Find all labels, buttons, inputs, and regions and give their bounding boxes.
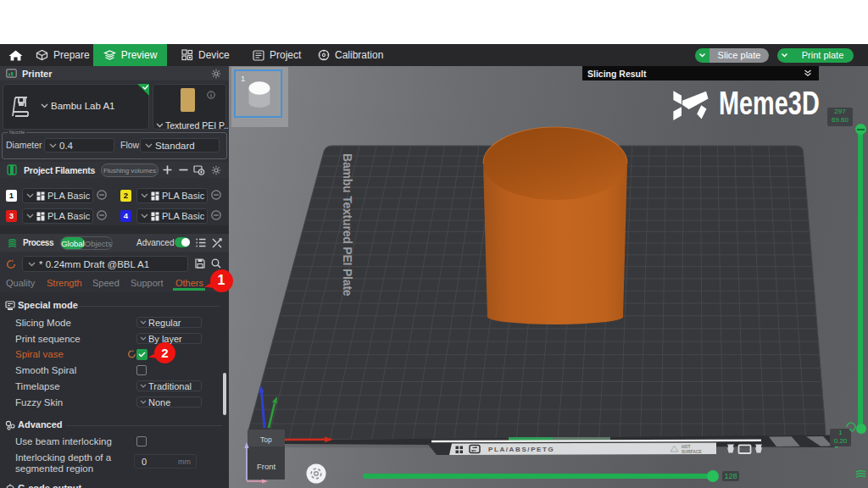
svg-text:SURFACE: SURFACE — [682, 449, 703, 454]
svg-text:Meme3D: Meme3D — [719, 86, 820, 120]
svg-text:PLA/ABS/PETG: PLA/ABS/PETG — [488, 446, 554, 453]
svg-text:Top: Top — [260, 435, 272, 444]
svg-text:Front: Front — [257, 462, 276, 471]
